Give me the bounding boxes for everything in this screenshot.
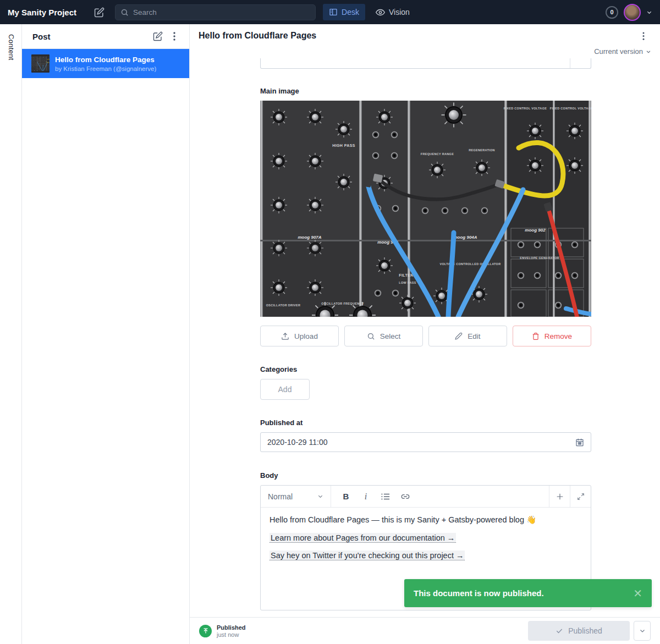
body-paragraph[interactable]: Hello from Cloudflare Pages — this is my… [270, 515, 582, 525]
publish-button-label: Published [568, 626, 602, 635]
new-document-button[interactable] [150, 28, 166, 45]
italic-button[interactable]: i [356, 487, 375, 506]
calendar-icon [575, 438, 584, 447]
eye-icon [376, 8, 385, 17]
document-footer: Published just now Published [190, 617, 660, 644]
pencil-icon [455, 332, 463, 340]
document-form: Main image Upload Select Edit [190, 58, 660, 617]
search-icon [367, 332, 375, 340]
publish-button[interactable]: Published [528, 621, 630, 641]
tab-desk-label: Desk [342, 8, 359, 16]
field-categories: Categories Add [260, 365, 591, 400]
notifications-badge[interactable]: 0 [606, 6, 618, 19]
calendar-button[interactable] [575, 438, 584, 447]
edit-button-label: Edit [468, 332, 480, 340]
field-label: Published at [260, 419, 591, 427]
publish-menu-button[interactable] [634, 621, 651, 641]
insert-block-button[interactable] [549, 486, 570, 507]
check-icon [556, 627, 563, 635]
style-selector[interactable]: Normal [261, 486, 331, 507]
chevron-down-icon [646, 49, 651, 54]
tab-desk[interactable]: Desk [323, 4, 365, 20]
bold-button[interactable]: B [337, 487, 355, 506]
kebab-icon [173, 32, 175, 41]
global-search[interactable] [115, 4, 316, 20]
list-item-thumbnail [31, 54, 50, 73]
post-list-pane: Post Hello from Cloudflare Pages by Kris… [22, 24, 190, 644]
field-published-at: Published at 2020-10-29 11:00 [260, 419, 591, 452]
content-rail-label: Content [7, 34, 15, 60]
publish-toast: This document is now published. ✕ [404, 579, 652, 607]
select-button-label: Select [380, 332, 401, 340]
chevron-down-icon [639, 628, 646, 634]
tab-vision-label: Vision [389, 8, 410, 16]
published-at-input[interactable]: 2020-10-29 11:00 [260, 432, 591, 452]
avatar[interactable] [624, 4, 641, 21]
fullscreen-button[interactable] [570, 486, 591, 507]
toast-message: This document is now published. [414, 588, 633, 598]
user-menu-chevron-icon[interactable] [646, 9, 652, 15]
compose-icon [153, 31, 163, 41]
add-category-label: Add [278, 385, 292, 394]
expand-icon [577, 493, 585, 500]
pane-menu-button[interactable] [166, 28, 183, 45]
link-button[interactable] [396, 487, 415, 506]
list-item-subtitle: by Kristian Freeman (@signalnerve) [55, 65, 156, 72]
document-header: Hello from Cloudflare Pages Current vers… [190, 24, 660, 58]
link-icon [401, 492, 410, 501]
trash-icon [532, 332, 540, 340]
compose-button[interactable] [91, 4, 107, 20]
chevron-down-icon [317, 493, 323, 499]
version-label: Current version [594, 47, 643, 56]
published-at-value: 2020-10-29 11:00 [267, 438, 575, 447]
editor-toolbar: Normal B i [261, 486, 591, 508]
kebab-icon [642, 32, 645, 40]
editor-content[interactable]: Hello from Cloudflare Pages — this is my… [261, 508, 591, 576]
main-image-preview[interactable] [260, 101, 591, 317]
body-link[interactable]: Learn more about Pages from our document… [270, 533, 456, 543]
publish-status-title: Published [217, 624, 246, 631]
field-label: Main image [260, 87, 591, 95]
bullet-list-button[interactable] [376, 487, 395, 506]
desk-icon [329, 8, 338, 16]
toast-close-icon[interactable]: ✕ [633, 588, 642, 599]
remove-button[interactable]: Remove [513, 326, 591, 346]
style-selector-value: Normal [268, 492, 293, 501]
content-rail[interactable]: Content [0, 24, 22, 644]
document-menu-button[interactable] [636, 28, 651, 43]
clipped-field-input[interactable] [260, 58, 591, 69]
upload-button-label: Upload [294, 332, 318, 340]
pane-header: Post [22, 24, 189, 49]
bullet-list-icon [381, 493, 390, 500]
add-category-button[interactable]: Add [260, 379, 310, 400]
publish-status[interactable]: Published just now [199, 624, 246, 638]
field-main-image: Main image Upload Select Edit [260, 87, 591, 346]
list-item[interactable]: Hello from Cloudflare Pages by Kristian … [22, 49, 189, 78]
edit-button[interactable]: Edit [428, 326, 507, 346]
published-status-icon [199, 625, 212, 637]
compose-icon [94, 7, 105, 18]
upload-button[interactable]: Upload [260, 326, 339, 346]
document-title: Hello from Cloudflare Pages [199, 31, 636, 41]
remove-button-label: Remove [544, 332, 572, 340]
project-title: My Sanity Project [8, 8, 76, 17]
select-button[interactable]: Select [344, 326, 423, 346]
search-icon [120, 8, 129, 16]
upload-icon [281, 332, 289, 340]
publish-status-time: just now [217, 631, 246, 638]
field-label: Categories [260, 365, 591, 373]
plus-icon [556, 492, 564, 501]
tab-vision[interactable]: Vision [370, 4, 416, 20]
top-navbar: My Sanity Project Desk Vision 0 [0, 0, 660, 24]
body-link[interactable]: Say hey on Twitter if you're checking ou… [270, 551, 465, 560]
list-item-title: Hello from Cloudflare Pages [55, 56, 156, 64]
search-input[interactable] [133, 8, 298, 16]
document-pane: Hello from Cloudflare Pages Current vers… [190, 24, 660, 644]
version-selector[interactable]: Current version [199, 47, 651, 56]
field-label: Body [260, 471, 591, 480]
tool-switcher: Desk Vision [323, 4, 416, 20]
pane-title: Post [32, 32, 150, 41]
